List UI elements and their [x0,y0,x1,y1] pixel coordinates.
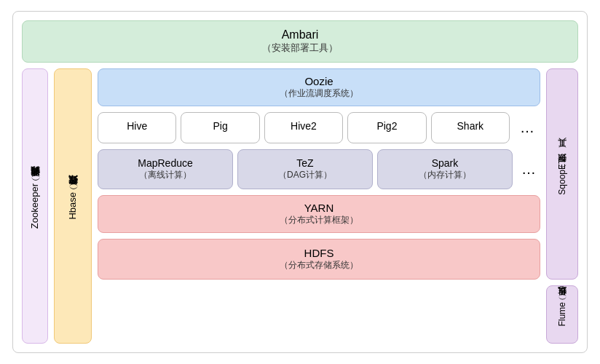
ambari-block: Ambari （安装部署工具） [22,20,578,63]
yarn-subtitle: （分布式计算框架） [103,214,535,226]
tool-hive: Hive [98,112,176,143]
yarn-title: YARN [103,202,535,214]
yarn-block: YARN （分布式计算框架） [98,195,540,233]
tool-dots: … [514,112,540,143]
compute-dots: … [517,149,540,189]
hdfs-block: HDFS （分布式存储系统） [98,239,540,280]
tez-title: TeZ [242,157,368,169]
spark-subtitle: （内存计算） [382,169,508,181]
hadoop-ecosystem-diagram: Ambari （安装部署工具） Zookeeper（分布式协调服务） Hbase… [12,11,588,353]
tool-hive2: Hive2 [264,112,343,143]
hdfs-subtitle: （分布式存储系统） [103,259,535,272]
tez-subtitle: （DAG计算） [242,169,368,181]
oozie-block: Oozie （作业流调度系统） [98,68,540,106]
right-col: Sqoop（数据ETL工具） Flume（日志收集） [546,68,578,344]
zookeeper-label: Zookeeper（分布式协调服务） [28,183,42,229]
spark-title: Spark [382,157,508,169]
hdfs-title: HDFS [103,247,535,259]
center-area: Oozie （作业流调度系统） Hive Pig Hive2 Pig2 Shar… [98,68,540,344]
tool-pig: Pig [181,112,259,143]
sqoop-block: Sqoop（数据ETL工具） [546,68,578,280]
flume-block: Flume（日志收集） [546,285,578,344]
spark-block: Spark （内存计算） [377,149,513,189]
tez-block: TeZ （DAG计算） [237,149,373,189]
sqoop-label: Sqoop（数据ETL工具） [556,154,569,195]
zookeeper-block: Zookeeper（分布式协调服务） [22,68,48,344]
main-row: Zookeeper（分布式协调服务） Hbase（分布式数据库） Oozie （… [22,68,578,344]
mapreduce-title: MapReduce [103,157,228,169]
tool-shark: Shark [431,112,510,143]
tools-row: Hive Pig Hive2 Pig2 Shark … [98,112,540,143]
mapreduce-subtitle: （离线计算） [103,169,228,181]
hbase-label: Hbase（分布式数据库） [66,192,79,220]
oozie-title: Oozie [103,75,535,87]
mapreduce-block: MapReduce （离线计算） [98,149,233,189]
tool-pig2: Pig2 [347,112,426,143]
oozie-subtitle: （作业流调度系统） [103,87,535,100]
hbase-block: Hbase（分布式数据库） [54,68,92,344]
ambari-subtitle: （安装部署工具） [27,41,573,55]
ambari-title: Ambari [27,28,573,41]
flume-label: Flume（日志收集） [556,302,569,326]
compute-row: MapReduce （离线计算） TeZ （DAG计算） Spark （内存计算… [98,149,540,189]
